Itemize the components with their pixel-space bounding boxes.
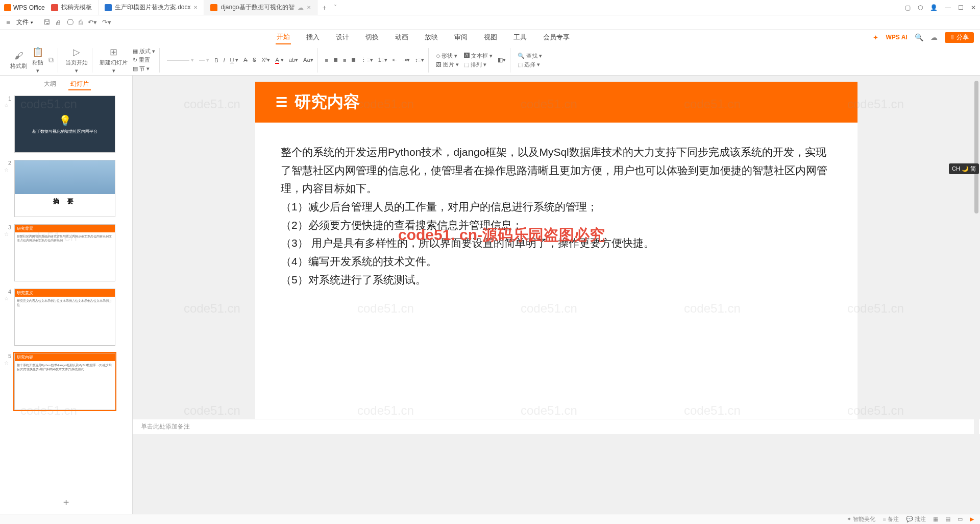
view-reading-icon[interactable]: ▭ (958, 516, 963, 522)
redo-icon[interactable]: ↷▾ (102, 18, 111, 26)
italic-button[interactable]: I (223, 57, 225, 63)
arrange-button[interactable]: ⬚ 排列▾ (464, 61, 493, 68)
ribbon-toolbar: 🖌格式刷 📋粘贴▾ ⧉ ▷当页开始▾ ⊞新建幻灯片▾ ▦ 版式▾ ↻ 重置 ▤ … (0, 45, 980, 76)
add-tab-button[interactable]: + (317, 4, 332, 12)
language-badge[interactable]: CH 🌙 简 (949, 163, 979, 174)
search-icon[interactable]: 🔍 (915, 33, 923, 41)
close-icon[interactable]: ✕ (307, 5, 311, 10)
align-center-button[interactable]: ≣ (333, 57, 338, 63)
tab-label: django基于数据可视化的智 (220, 3, 294, 12)
bullets-button[interactable]: ⋮≡▾ (361, 57, 373, 63)
thumb-4[interactable]: 研究意义研究意义内容占位文本示例占位文本示例占位文本示例占位文本示例占位 (14, 289, 115, 346)
tab-slideshow[interactable]: 放映 (424, 31, 439, 44)
close-icon[interactable]: ✕ (193, 5, 198, 10)
find-button[interactable]: 🔍 查找▾ (518, 52, 542, 60)
slide-title: 研究内容 (295, 91, 360, 113)
align-justify-button[interactable]: ≣ (351, 57, 356, 63)
beautify-button[interactable]: ✦ 智能美化 (847, 515, 875, 523)
slide-body[interactable]: 整个的系统的开发运用Python技术，django框架，以及MySql数据库技术… (255, 123, 857, 309)
shape-button[interactable]: ◇ 形状▾ (436, 52, 459, 60)
undo-icon[interactable]: ↶▾ (88, 18, 97, 26)
notes-field[interactable]: 单击此处添加备注 (133, 419, 980, 434)
view-normal-icon[interactable]: ▦ (933, 516, 938, 522)
slide-item-1: （1）减少后台管理人员的工作量，对用户的信息进行系统的管理； (281, 198, 832, 216)
current-slide[interactable]: ☰ 研究内容 整个的系统的开发运用Python技术，django框架，以及MyS… (255, 82, 857, 419)
thumbnails[interactable]: 1☆ 💡基于数据可视化的智慧社区内网平台 2☆ 摘 要 3☆ 研究背景智慧社区内… (0, 93, 132, 492)
tab-transition[interactable]: 切换 (364, 31, 380, 44)
thumb-3[interactable]: 研究背景智慧社区内网管理系统的研究背景与意义内容示例文本占位内容示例文本占位内容… (14, 224, 115, 281)
tab-review[interactable]: 审阅 (453, 31, 469, 44)
tab-docx[interactable]: 生产印模图片替换方案.docx ✕ (99, 0, 205, 15)
tab-ppt[interactable]: django基于数据可视化的智 ☁ ✕ (204, 0, 317, 15)
font-color-button[interactable]: A▾ (275, 57, 283, 64)
tab-member[interactable]: 会员专享 (542, 31, 571, 44)
from-current-button[interactable]: ▷当页开始▾ (65, 46, 88, 74)
share-button[interactable]: ⇧ 分享 (945, 32, 974, 43)
wps-ai-button[interactable]: WPS AI (886, 34, 907, 41)
thumb-2[interactable]: 摘 要 (14, 160, 115, 217)
print-icon[interactable]: 🖨 (55, 18, 62, 26)
thumb-5[interactable]: 研究内容整个系统开发运用Python技术django框架以及MySql数据库..… (14, 353, 115, 410)
close-button[interactable]: ✕ (971, 4, 976, 11)
textbox-button[interactable]: 🅰 文本框▾ (464, 52, 493, 60)
select-button[interactable]: ⬚ 选择▾ (518, 61, 542, 68)
strike-button[interactable]: A̶ (243, 57, 248, 63)
case-button[interactable]: Aa▾ (303, 57, 313, 63)
tab-home[interactable]: 开始 (276, 30, 291, 44)
titlebar: WPS Office 找稿壳模板 生产印模图片替换方案.docx ✕ djang… (0, 0, 980, 15)
tab-template[interactable]: 找稿壳模板 (45, 0, 99, 15)
font-size[interactable]: — ▾ (199, 57, 209, 63)
format-brush-button[interactable]: 🖌格式刷 (10, 51, 27, 70)
indent-inc-button[interactable]: ⇥▾ (402, 57, 410, 63)
view-sorter-icon[interactable]: ▤ (945, 516, 950, 522)
export-icon[interactable]: ⎙ (79, 18, 83, 26)
minimize-button[interactable]: — (945, 4, 951, 11)
file-menu[interactable]: 文件▾ (16, 18, 33, 27)
font-select[interactable]: ———— ▾ (167, 57, 194, 63)
view-slideshow-icon[interactable]: ▶ (970, 516, 974, 522)
new-slide-button[interactable]: ⊞新建幻灯片▾ (100, 46, 128, 74)
user-icon[interactable]: 👤 (930, 4, 938, 11)
indent-dec-button[interactable]: ⇤ (393, 57, 397, 63)
line-spacing-button[interactable]: ↕≡▾ (415, 57, 424, 63)
window-controls: ▢ ⬡ 👤 — ☐ ✕ (905, 4, 976, 11)
copy-icon[interactable]: ⧉ (48, 56, 54, 64)
cube-icon[interactable]: ⬡ (918, 4, 923, 11)
picture-button[interactable]: 🖼 图片▾ (436, 61, 459, 68)
strikethrough-button[interactable]: S̶ (253, 57, 256, 63)
tab-label: 生产印模图片替换方案.docx (115, 3, 191, 12)
layout-icon[interactable]: ▢ (905, 4, 911, 11)
ppt-icon (210, 4, 217, 11)
fill-button[interactable]: ◧▾ (498, 57, 506, 63)
menu-icon[interactable]: ≡ (6, 18, 10, 27)
bold-button[interactable]: B (214, 57, 218, 63)
tab-tools[interactable]: 工具 (512, 31, 528, 44)
scrollbar-vertical[interactable] (974, 76, 979, 504)
numbering-button[interactable]: 1≡▾ (378, 57, 388, 63)
paste-button[interactable]: 📋粘贴▾ (32, 46, 43, 74)
comments-toggle[interactable]: 💬 批注 (906, 515, 926, 523)
tab-design[interactable]: 设计 (335, 31, 350, 44)
add-slide-button[interactable]: + (0, 492, 132, 514)
preview-icon[interactable]: 🖵 (67, 18, 74, 26)
slide-canvas: ☰ 研究内容 整个的系统的开发运用Python技术，django框架，以及MyS… (133, 76, 980, 514)
chevron-down-icon[interactable]: ˅ (334, 4, 337, 11)
tab-animation[interactable]: 动画 (394, 31, 409, 44)
tab-view[interactable]: 视图 (483, 31, 498, 44)
align-left-button[interactable]: ≡ (325, 57, 328, 63)
align-right-button[interactable]: ≡ (343, 57, 346, 63)
tab-insert[interactable]: 插入 (305, 31, 321, 44)
cloud-icon[interactable]: ☁ (930, 33, 938, 41)
thumb-1[interactable]: 💡基于数据可视化的智慧社区内网平台 (14, 96, 115, 153)
reset-button[interactable]: ↻ 重置 (133, 56, 155, 64)
outline-tab[interactable]: 大纲 (42, 79, 58, 90)
layout-button[interactable]: ▦ 版式▾ (133, 47, 155, 55)
highlight-button[interactable]: ab▾ (289, 57, 298, 63)
slides-tab[interactable]: 幻灯片 (68, 79, 91, 90)
superscript-button[interactable]: X²▾ (261, 57, 270, 63)
underline-button[interactable]: U▾ (230, 57, 239, 63)
maximize-button[interactable]: ☐ (958, 4, 964, 11)
notes-toggle[interactable]: ≡ 备注 (883, 515, 898, 523)
save-icon[interactable]: 🖫 (43, 18, 50, 26)
section-button[interactable]: ▤ 节▾ (133, 65, 155, 73)
